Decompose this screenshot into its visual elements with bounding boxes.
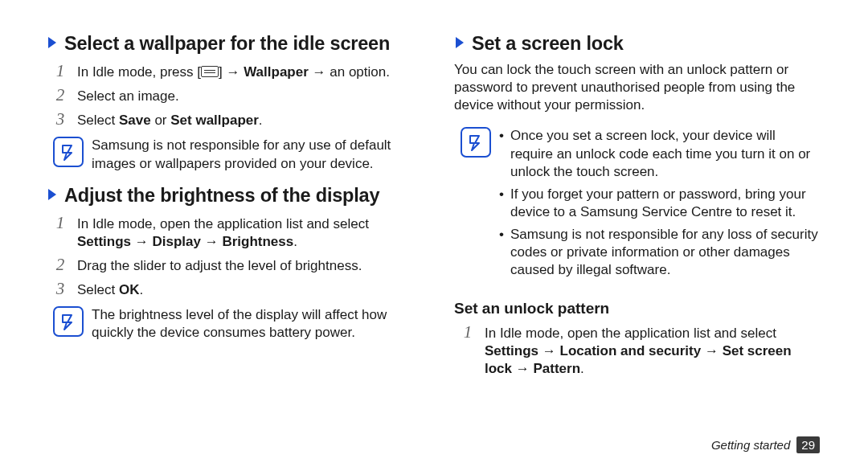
step-3: 3 Select OK.: [47, 280, 412, 299]
step-number: 1: [51, 62, 69, 80]
note-bullet: Samsung is not responsible for any loss …: [499, 226, 820, 279]
step-text: Select an image.: [77, 86, 412, 105]
step-text: Drag the slider to adjust the level of b…: [77, 256, 412, 275]
note-box: Once you set a screen lock, your device …: [461, 127, 820, 284]
step-2: 2 Select an image.: [47, 86, 412, 105]
step-1: 1 In Idle mode, press [] → Wallpaper → a…: [47, 62, 412, 81]
step-text: In Idle mode, open the application list …: [485, 323, 820, 378]
note-bullet: If you forget your pattern or password, …: [499, 186, 820, 221]
note-text: The brightness level of the display will…: [92, 306, 412, 342]
step-text: Select Save or Set wallpaper.: [77, 110, 412, 129]
step-number: 2: [51, 86, 69, 104]
note-icon: [53, 306, 84, 337]
sub-section-title: Set an unlock pattern: [454, 300, 820, 317]
note-icon: [53, 137, 84, 167]
step-number: 1: [459, 323, 477, 342]
note-bullet: Once you set a screen lock, your device …: [499, 127, 820, 180]
svg-marker-1: [48, 189, 56, 200]
footer-section-label: Getting started: [711, 438, 790, 452]
chevron-right-icon: [454, 35, 467, 50]
page-number: 29: [796, 436, 820, 453]
step-number: 2: [51, 256, 69, 274]
section-title: Adjust the brightness of the display: [64, 184, 379, 207]
step-number: 1: [51, 214, 69, 232]
step-1: 1 In Idle mode, open the application lis…: [454, 323, 820, 378]
step-text: In Idle mode, press [] → Wallpaper → an …: [77, 62, 412, 81]
page-footer: Getting started 29: [711, 436, 820, 453]
chevron-right-icon: [47, 187, 59, 202]
svg-marker-2: [456, 37, 464, 48]
step-3: 3 Select Save or Set wallpaper.: [47, 110, 412, 129]
step-number: 3: [51, 280, 69, 298]
menu-key-icon: [201, 66, 219, 77]
section-header-brightness: Adjust the brightness of the display: [47, 184, 412, 207]
step-1: 1 In Idle mode, open the application lis…: [47, 214, 412, 251]
right-column: Set a screen lock You can lock the touch…: [454, 32, 820, 439]
section-header-wallpaper: Select a wallpaper for the idle screen: [47, 32, 412, 55]
intro-text: You can lock the touch screen with an un…: [454, 61, 820, 114]
note-box: The brightness level of the display will…: [53, 306, 412, 342]
note-box: Samsung is not responsible for any use o…: [53, 137, 412, 172]
left-column: Select a wallpaper for the idle screen 1…: [47, 32, 412, 439]
page-container: Select a wallpaper for the idle screen 1…: [0, 0, 868, 471]
step-number: 3: [51, 110, 69, 129]
chevron-right-icon: [47, 35, 59, 50]
note-bullet-list: Once you set a screen lock, your device …: [499, 127, 820, 284]
note-icon: [461, 127, 491, 158]
section-title: Select a wallpaper for the idle screen: [64, 32, 390, 55]
step-2: 2 Drag the slider to adjust the level of…: [47, 256, 412, 275]
step-text: In Idle mode, open the application list …: [77, 214, 412, 251]
step-text: Select OK.: [77, 280, 412, 299]
svg-marker-0: [48, 37, 56, 48]
section-header-screenlock: Set a screen lock: [454, 32, 820, 55]
note-text: Samsung is not responsible for any use o…: [92, 137, 412, 172]
section-title: Set a screen lock: [472, 32, 624, 55]
